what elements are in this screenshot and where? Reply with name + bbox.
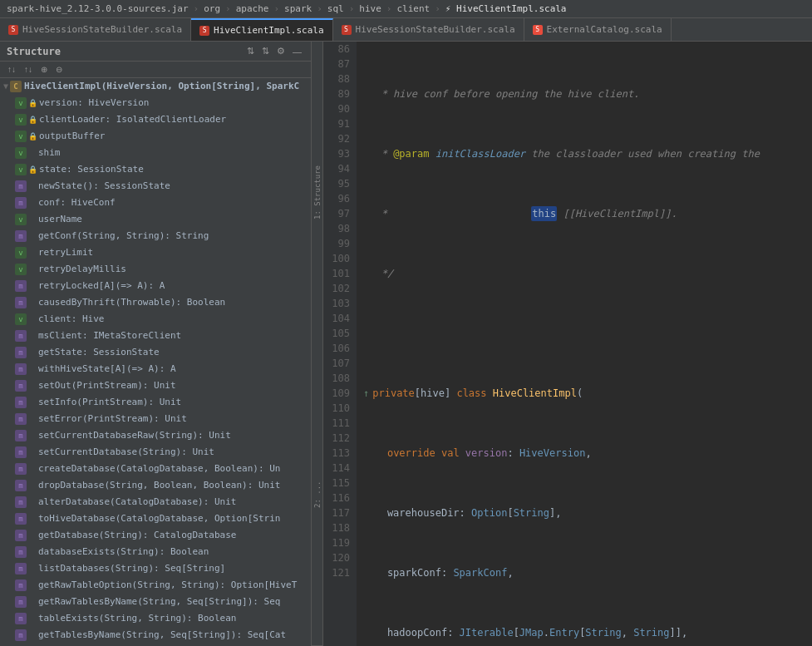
m-badge: m	[15, 297, 27, 308]
structure-root[interactable]: ▼ C HiveClientImpl(HiveVersion, Option[S…	[0, 78, 311, 95]
item-text: getDatabase(String): CatalogDatabase	[38, 528, 236, 543]
structure-item-retrylocked[interactable]: m retryLocked[A](=> A): A	[0, 278, 311, 294]
scala-icon3: S	[533, 25, 543, 35]
m-badge: m	[15, 397, 27, 408]
structure-item-msclient[interactable]: m msClient: IMetaStoreClient	[0, 328, 311, 344]
expand-arrow: ▼	[3, 79, 8, 94]
sort-visibility-btn[interactable]: ⇅	[259, 45, 272, 57]
close-structure-btn[interactable]: —	[290, 45, 304, 57]
structure-item-newstate[interactable]: m newState(): SessionState	[0, 178, 311, 195]
structure-item-getstate[interactable]: m getState: SessionState	[0, 344, 311, 361]
item-text: createDatabase(CatalogDatabase, Boolean)…	[38, 461, 280, 476]
item-text: tableExists(String, String): Boolean	[38, 611, 236, 626]
item-text: setError(PrintStream): Unit	[38, 412, 187, 427]
m-badge: m	[15, 380, 27, 392]
structure-item-setout[interactable]: m setOut(PrintStream): Unit	[0, 377, 311, 394]
code-content[interactable]: * hive conf before opening the hive clie…	[357, 42, 812, 646]
v-badge: v	[15, 114, 27, 126]
tab-external-catalog[interactable]: S ExternalCatalog.scala	[524, 18, 672, 41]
structure-content[interactable]: ↑↓ ↑↓ ⊕ ⊖ ▼ C HiveClientImpl(HiveVersion…	[0, 62, 311, 646]
item-text: retryLimit	[38, 245, 93, 260]
m-badge: m	[15, 563, 27, 574]
structure-item-shim[interactable]: v shim	[0, 145, 311, 161]
structure-item-conf[interactable]: m conf: HiveConf	[0, 195, 311, 211]
item-text: getRawTableOption(String, String): Optio…	[38, 578, 297, 593]
structure-item-version[interactable]: v 🔒 version: HiveVersion	[0, 95, 311, 111]
structure-item-causedby[interactable]: m causedByThrift(Throwable): Boolean	[0, 294, 311, 311]
lock-icon: 🔒	[28, 162, 37, 177]
structure-item-clientloader[interactable]: v 🔒 clientLoader: IsolatedClientLoader	[0, 111, 311, 128]
m-badge: m	[15, 513, 27, 525]
v-badge: v	[15, 313, 27, 325]
tab-session-scala[interactable]: S HiveSessionStateBuilder.scala	[0, 18, 191, 41]
structure-title: Structure	[7, 46, 61, 57]
item-text: client: Hive	[38, 312, 104, 327]
v-badge: v	[15, 264, 27, 275]
m-badge: m	[15, 363, 27, 375]
structure-item-createdatabase[interactable]: m createDatabase(CatalogDatabase, Boolea…	[0, 461, 311, 477]
item-text: getState: SessionState	[38, 345, 160, 360]
structure-toolbar: ⇅ ⇅ ⚙ —	[244, 45, 304, 57]
m-badge: m	[15, 180, 27, 192]
m-badge: m	[15, 546, 27, 558]
m-badge: m	[15, 280, 27, 292]
structure-item-setinfo[interactable]: m setInfo(PrintStream): Unit	[0, 394, 311, 411]
item-text: outputBuffer	[39, 129, 105, 144]
m-badge: m	[15, 496, 27, 508]
side-label-2[interactable]: 2: ...	[312, 343, 322, 646]
structure-item-setcurrentdatabase[interactable]: m setCurrentDatabase(String): Unit	[0, 444, 311, 461]
lock-icon: 🔒	[28, 129, 37, 144]
structure-item-retrydelay[interactable]: v retryDelayMillis	[0, 261, 311, 278]
item-text: setOut(PrintStream): Unit	[38, 378, 176, 393]
sort-btn-2[interactable]: ↑↓	[22, 64, 35, 75]
structure-item-dropdatabase[interactable]: m dropDatabase(String, Boolean, Boolean)…	[0, 477, 311, 494]
m-badge: m	[15, 530, 27, 541]
m-badge: m	[15, 413, 27, 425]
structure-item-setcurrentdatabaseraw[interactable]: m setCurrentDatabaseRaw(String): Unit	[0, 427, 311, 444]
tab-hive-session[interactable]: S HiveSessionStateBuilder.scala	[333, 18, 524, 41]
structure-item-tableexists[interactable]: m tableExists(String, String): Boolean	[0, 610, 311, 627]
item-text: toHiveDatabase(CatalogDatabase, Option[S…	[38, 511, 280, 526]
expand-btn[interactable]: ⊕	[38, 64, 50, 75]
structure-item-gettablesbyname[interactable]: m getTablesByName(String, Seq[String]): …	[0, 627, 311, 644]
structure-item-retrylimit[interactable]: v retryLimit	[0, 244, 311, 261]
collapse-btn[interactable]: ⊖	[53, 64, 65, 75]
v-badge: v	[15, 247, 27, 259]
structure-item-getdatabase[interactable]: m getDatabase(String): CatalogDatabase	[0, 527, 311, 544]
structure-item-alterdatabase[interactable]: m alterDatabase(CatalogDatabase): Unit	[0, 494, 311, 510]
structure-item-getconf[interactable]: m getConf(String, String): String	[0, 228, 311, 244]
m-badge: m	[15, 463, 27, 475]
item-text: getTablesByName(String, Seq[String]): Se…	[38, 628, 286, 643]
structure-item-databaseexists[interactable]: m databaseExists(String): Boolean	[0, 544, 311, 560]
item-text: withHiveState[A](=> A): A	[38, 362, 176, 377]
code-editor[interactable]: 86 87 88 89 90 91 92 93 94 95 96 97 98 9…	[323, 42, 812, 646]
item-text: newState(): SessionState	[38, 179, 170, 194]
root-label: HiveClientImpl(HiveVersion, Option[Strin…	[24, 79, 299, 94]
sort-alpha-btn[interactable]: ⇅	[244, 45, 257, 57]
structure-item-withhivestate[interactable]: m withHiveState[A](=> A): A	[0, 361, 311, 377]
v-badge: v	[15, 131, 27, 142]
v-badge: v	[15, 214, 27, 225]
structure-item-client[interactable]: v client: Hive	[0, 311, 311, 328]
m-badge: m	[15, 430, 27, 441]
structure-item-listdatabases[interactable]: m listDatabases(String): Seq[String]	[0, 560, 311, 577]
structure-item-tohivedatabase[interactable]: m toHiveDatabase(CatalogDatabase, Option…	[0, 510, 311, 527]
code-area[interactable]: 86 87 88 89 90 91 92 93 94 95 96 97 98 9…	[323, 42, 812, 646]
structure-item-username[interactable]: v userName	[0, 211, 311, 228]
structure-item-getrawtablesbyname[interactable]: m getRawTablesByName(String, Seq[String]…	[0, 594, 311, 610]
side-label-structure[interactable]: 1: Structure	[312, 42, 322, 343]
settings-btn[interactable]: ⚙	[274, 45, 288, 57]
structure-item-seterror[interactable]: m setError(PrintStream): Unit	[0, 411, 311, 427]
this-highlight: this	[531, 206, 557, 221]
title-bar: spark-hive_2.12-3.0.0-sources.jar › org …	[0, 0, 812, 18]
m-badge: m	[15, 579, 27, 591]
structure-item-getrawtableoption[interactable]: m getRawTableOption(String, String): Opt…	[0, 577, 311, 594]
m-badge: m	[15, 629, 27, 641]
structure-item-state[interactable]: v 🔒 state: SessionState	[0, 161, 311, 178]
sort-btn-1[interactable]: ↑↓	[5, 64, 18, 75]
structure-item-outputbuffer[interactable]: v 🔒 outputBuffer	[0, 128, 311, 145]
item-text: getConf(String, String): String	[38, 229, 209, 244]
tab-hiveclientimpl[interactable]: S HiveClientImpl.scala	[191, 18, 332, 41]
code-line-94: sparkConf: SparkConf,	[363, 565, 805, 580]
item-text: conf: HiveConf	[38, 195, 116, 210]
